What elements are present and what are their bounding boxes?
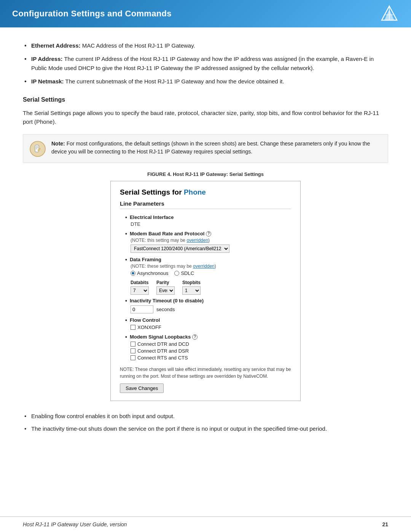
save-changes-button[interactable]: Save Changes <box>120 383 164 393</box>
text-ethernet: MAC Address of the Host RJ-11 IP Gateway… <box>80 42 195 49</box>
panel-title-plain: Serial Settings for <box>120 188 184 196</box>
checkbox-rts-cts[interactable]: Connect RTS and CTS <box>125 355 291 361</box>
intro-bullet-list: Ethernet Address: MAC Address of the Hos… <box>23 41 388 86</box>
stopbits-label: Stopbits <box>182 280 201 285</box>
panel-title-phone: Phone <box>184 188 206 196</box>
field-label-inactivity: Inactivity Timeout (0 to disable) <box>125 298 291 304</box>
databits-col: Databits 7 8 <box>131 280 149 295</box>
panel-title: Serial Settings for Phone <box>120 188 291 197</box>
footer-list-item: Enabling flow control enables it on both… <box>23 412 388 420</box>
checkbox-label-rts-cts: Connect RTS and CTS <box>137 355 188 361</box>
inactivity-input[interactable] <box>131 305 153 313</box>
checkbox-xonxoff[interactable]: XONXOFF <box>125 324 291 330</box>
figure-caption: FIGURE 4. Host RJ-11 IP Gateway: Serial … <box>23 171 388 177</box>
bits-section: Databits 7 8 Parity Even Odd None Stopbi <box>120 280 291 295</box>
checkbox-box-dtr-dcd <box>131 342 135 347</box>
term-ethernet: Ethernet Address: <box>31 42 80 49</box>
note-text: Note: For most configurations, the defau… <box>51 140 382 156</box>
field-flow-control: Flow Control XONXOFF <box>120 317 291 330</box>
company-logo <box>380 4 399 23</box>
baud-help-icon[interactable]: ? <box>206 231 211 236</box>
checkbox-dtr-dsr[interactable]: Connect DTR and DSR <box>125 348 291 354</box>
checkbox-box-xonxoff <box>131 325 135 330</box>
baud-override-link[interactable]: overridden <box>186 238 208 243</box>
checkbox-dtr-dcd[interactable]: Connect DTR and DCD <box>125 341 291 347</box>
field-data-framing: Data Framing (NOTE: these settings may b… <box>120 257 291 276</box>
serial-settings-panel: Serial Settings for Phone Line Parameter… <box>110 181 301 401</box>
framing-note: (NOTE: these settings may be overridden) <box>125 264 291 269</box>
serial-settings-paragraph: The Serial Settings page allows you to s… <box>23 109 388 126</box>
footer-doc-title: Host RJ-11 IP Gateway User Guide, versio… <box>23 521 127 527</box>
checkbox-label-dtr-dcd: Connect DTR and DCD <box>137 341 189 347</box>
field-label-modem-signal: Modem Signal Loopbacks ? <box>125 334 291 340</box>
baud-rate-select[interactable]: FastConnect 1200/2400 (American/Bell212A… <box>131 244 229 253</box>
inactivity-row: seconds <box>125 305 291 313</box>
framing-radio-group: Asynchronous SDLC <box>125 270 291 276</box>
field-modem-signal: Modem Signal Loopbacks ? Connect DTR and… <box>120 334 291 361</box>
field-label-framing: Data Framing <box>125 257 291 263</box>
baud-note: (NOTE: this setting may be overridden) <box>125 238 291 243</box>
note-bold-prefix: Note: <box>51 141 65 147</box>
radio-asynchronous[interactable]: Asynchronous <box>131 270 168 276</box>
serial-settings-heading: Serial Settings <box>23 96 388 103</box>
note-box: Note: For most configurations, the defau… <box>23 134 388 163</box>
page-footer: Host RJ-11 IP Gateway User Guide, versio… <box>0 516 411 532</box>
checkbox-label-xonxoff: XONXOFF <box>137 324 161 330</box>
page-header: Configuration Settings and Commands <box>0 0 411 27</box>
text-ip: The current IP Address of the Host RJ-11… <box>31 56 374 71</box>
modem-signal-help-icon[interactable]: ? <box>192 334 198 340</box>
databits-select[interactable]: 7 8 <box>131 286 149 295</box>
bits-row: Databits 7 8 Parity Even Odd None Stopbi <box>125 280 291 295</box>
panel-subtitle: Line Parameters <box>120 200 291 209</box>
field-label-electrical: Electrical Interface <box>125 214 291 220</box>
field-inactivity: Inactivity Timeout (0 to disable) second… <box>120 298 291 313</box>
framing-override-link[interactable]: overridden <box>193 264 215 269</box>
parity-select[interactable]: Even Odd None <box>156 286 175 295</box>
main-content: Ethernet Address: MAC Address of the Hos… <box>0 27 411 463</box>
checkbox-box-dtr-dsr <box>131 348 135 353</box>
parity-label: Parity <box>156 280 175 285</box>
checkbox-box-rts-cts <box>131 355 135 360</box>
text-netmask: The current subnetmask of the Host RJ-11… <box>64 78 284 85</box>
list-item: Ethernet Address: MAC Address of the Hos… <box>23 41 388 50</box>
inactivity-unit: seconds <box>156 307 175 312</box>
radio-checked-asynchronous <box>131 271 135 276</box>
list-item: IP Netmask: The current subnetmask of th… <box>23 77 388 86</box>
header-title: Configuration Settings and Commands <box>12 9 172 19</box>
footer-list-item: The inactivity time-out shuts down the s… <box>23 424 388 433</box>
radio-sdlc[interactable]: SDLC <box>174 270 194 276</box>
field-label-flow: Flow Control <box>125 317 291 323</box>
term-netmask: IP Netmask: <box>31 78 64 85</box>
note-body: For most configurations, the default set… <box>51 141 370 155</box>
panel-note: NOTE: These changes will take effect imm… <box>120 366 291 380</box>
field-value-electrical: DTE <box>125 221 291 227</box>
stopbits-col: Stopbits 1 2 <box>182 280 201 295</box>
footer-bullet-list: Enabling flow control enables it on both… <box>23 412 388 433</box>
databits-label: Databits <box>131 280 149 285</box>
term-ip: IP Address: <box>31 56 63 62</box>
field-baud-rate: Modem Baud Rate and Protocol ? (NOTE: th… <box>120 231 291 253</box>
stopbits-select[interactable]: 1 2 <box>182 286 201 295</box>
field-electrical-interface: Electrical Interface DTE <box>120 214 291 227</box>
list-item: IP Address: The current IP Address of th… <box>23 54 388 72</box>
radio-unchecked-sdlc <box>174 271 179 276</box>
checkbox-label-dtr-dsr: Connect DTR and DSR <box>137 348 189 354</box>
note-icon <box>29 141 46 157</box>
parity-col: Parity Even Odd None <box>156 280 175 295</box>
footer-page-number: 21 <box>382 521 388 527</box>
field-label-baud: Modem Baud Rate and Protocol ? <box>125 231 291 237</box>
